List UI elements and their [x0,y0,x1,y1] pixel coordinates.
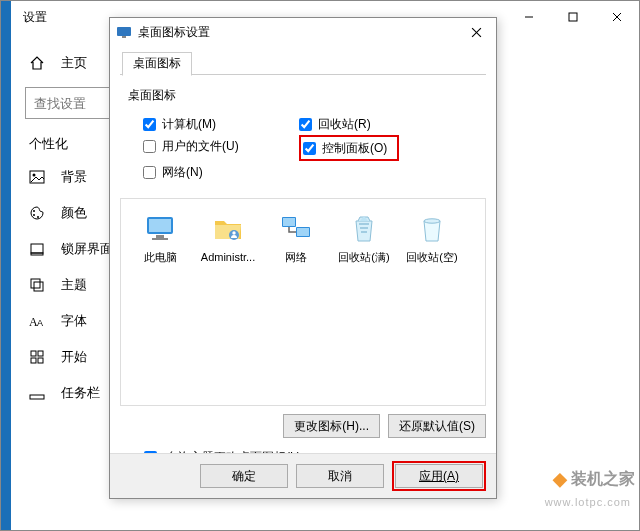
palette-icon [29,205,45,221]
svg-rect-13 [31,279,40,288]
svg-rect-12 [31,253,43,255]
dialog-title: 桌面图标设置 [138,24,456,41]
desktop-icon-label: 网络 [263,251,329,264]
svg-rect-35 [297,228,309,236]
check-computer[interactable]: 计算机(M) [143,113,299,135]
checkbox-grid: 计算机(M) 回收站(R) 用户的文件(U) 控制面板(O) 网络(N) [120,110,486,186]
desktop-icon-label: 回收站(满) [331,251,397,264]
svg-point-8 [33,210,35,212]
check-userfiles-input[interactable] [143,140,156,153]
check-network[interactable]: 网络(N) [143,161,299,183]
desktop-icon-label: 此电脑 [127,251,193,264]
svg-point-10 [37,216,39,218]
taskbar-icon [29,385,45,401]
cancel-button[interactable]: 取消 [296,464,384,488]
sidebar-item-label: 锁屏界面 [61,240,113,258]
desktop-icon-net[interactable]: 网络 [263,209,329,264]
folder-icon [195,209,261,249]
svg-point-31 [232,231,235,234]
tab-desktop-icons[interactable]: 桌面图标 [122,52,192,76]
dialog-footer: 确定 取消 应用(A) [110,453,496,498]
desktop-icon-folder[interactable]: Administr... [195,209,261,264]
desktop-icon-label: Administr... [195,251,261,264]
change-icon-button[interactable]: 更改图标(H)... [283,414,380,438]
apply-highlight: 应用(A) [392,461,486,491]
sidebar-item-label: 任务栏 [61,384,100,402]
taskbar-edge [1,1,11,530]
close-button[interactable] [595,3,639,31]
pc-icon [127,209,193,249]
desktop-icon-label: 回收站(空) [399,251,465,264]
check-recycle-input[interactable] [299,118,312,131]
dialog-tabbar: 桌面图标 [120,50,486,75]
svg-rect-11 [31,244,43,253]
watermark-url: www.lotpc.com [545,496,631,508]
image-icon [29,169,45,185]
bin-empty-icon [399,209,465,249]
svg-point-36 [424,219,440,223]
sidebar-home-label: 主页 [61,54,87,72]
bin-full-icon [331,209,397,249]
svg-rect-34 [283,218,295,226]
dialog-close-button[interactable] [456,27,496,38]
root-frame: 设置 主页 个性化 背景颜色锁屏界面主题AA字体开始任务栏 性化设置 和颜 [0,0,640,531]
ok-button[interactable]: 确定 [200,464,288,488]
check-computer-input[interactable] [143,118,156,131]
watermark: ◆ 装机之家 www.lotpc.com [553,468,635,490]
dialog-icon [116,24,132,40]
sidebar-item-label: 开始 [61,348,87,366]
check-network-input[interactable] [143,166,156,179]
lock-icon [29,241,45,257]
restore-default-button[interactable]: 还原默认值(S) [388,414,486,438]
check-controlpanel[interactable]: 控制面板(O) [299,135,399,161]
svg-point-7 [33,174,36,177]
desktop-icon-bin-full[interactable]: 回收站(满) [331,209,397,264]
sidebar-item-label: 背景 [61,168,87,186]
svg-rect-17 [31,351,36,356]
svg-rect-1 [569,13,577,21]
svg-point-9 [33,214,35,216]
minimize-button[interactable] [507,3,551,31]
group-title: 桌面图标 [128,87,486,104]
font-icon: AA [29,313,45,329]
theme-icon [29,277,45,293]
svg-rect-22 [117,27,131,36]
net-icon [263,209,329,249]
check-controlpanel-input[interactable] [303,142,316,155]
watermark-text: 装机之家 [571,469,635,490]
maximize-button[interactable] [551,3,595,31]
svg-text:A: A [37,318,43,328]
svg-rect-28 [156,235,164,238]
svg-rect-29 [152,238,168,240]
check-userfiles[interactable]: 用户的文件(U) [143,135,299,157]
svg-rect-27 [149,219,171,232]
sidebar-item-label: 主题 [61,276,87,294]
desktop-icon-settings-dialog: 桌面图标设置 桌面图标 桌面图标 计算机(M) 回收站(R) 用户的文件(U) … [109,17,497,499]
apply-button[interactable]: 应用(A) [395,464,483,488]
svg-rect-21 [30,395,44,399]
icon-preview-box: 此电脑Administr...网络回收站(满)回收站(空) [120,198,486,406]
cube-icon: ◆ [553,468,567,490]
desktop-icon-pc[interactable]: 此电脑 [127,209,193,264]
dialog-titlebar: 桌面图标设置 [110,18,496,46]
svg-rect-18 [38,351,43,356]
dialog-body: 桌面图标 桌面图标 计算机(M) 回收站(R) 用户的文件(U) 控制面板(O)… [110,46,496,454]
sidebar-item-label: 颜色 [61,204,87,222]
svg-rect-20 [38,358,43,363]
home-icon [29,55,45,71]
sidebar-item-label: 字体 [61,312,87,330]
check-recycle[interactable]: 回收站(R) [299,113,455,135]
start-icon [29,349,45,365]
svg-rect-23 [122,36,126,38]
svg-rect-19 [31,358,36,363]
svg-rect-14 [34,282,43,291]
sub-button-row: 更改图标(H)... 还原默认值(S) [120,414,486,438]
desktop-icon-bin-empty[interactable]: 回收站(空) [399,209,465,264]
